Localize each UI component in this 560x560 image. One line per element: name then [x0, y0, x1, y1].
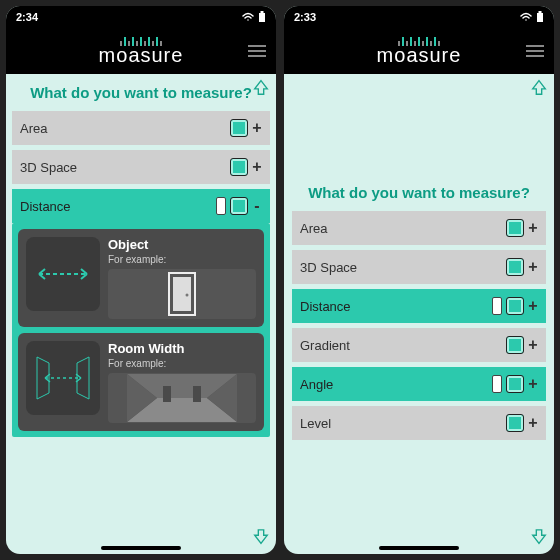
- expand-icon: +: [528, 375, 538, 393]
- wifi-icon: [520, 12, 532, 22]
- logo: moasure: [99, 36, 184, 67]
- row-label: Area: [300, 221, 327, 236]
- status-icons: [520, 11, 544, 23]
- expand-icon: +: [252, 158, 262, 176]
- thumb-distance-icon: [26, 237, 100, 311]
- thumb-room-icon: [26, 341, 100, 415]
- expand-icon: +: [528, 414, 538, 432]
- card-room-width[interactable]: Room Width For example:: [18, 333, 264, 431]
- row-label: Area: [20, 121, 47, 136]
- battery-icon: [258, 11, 266, 23]
- row-label: Angle: [300, 377, 333, 392]
- menu-button[interactable]: [248, 42, 266, 60]
- sensor-icon: [506, 336, 524, 354]
- page-title: What do you want to measure?: [26, 74, 256, 111]
- statusbar: 2:34: [6, 6, 276, 28]
- card-subtitle: For example:: [108, 358, 256, 369]
- svg-rect-12: [193, 386, 201, 402]
- expand-icon: +: [252, 119, 262, 137]
- scroll-down-icon[interactable]: [530, 528, 548, 550]
- sensor-icon: [506, 258, 524, 276]
- content-area: What do you want to measure? Area + 3D S…: [6, 74, 276, 554]
- battery-icon: [536, 11, 544, 23]
- card-subtitle: For example:: [108, 254, 256, 265]
- app-header: moasure: [6, 28, 276, 74]
- row-area[interactable]: Area +: [292, 211, 546, 245]
- card-title: Room Width: [108, 341, 256, 356]
- svg-rect-4: [173, 277, 191, 311]
- statusbar: 2:33: [284, 6, 554, 28]
- card-object[interactable]: Object For example:: [18, 229, 264, 327]
- svg-rect-11: [163, 386, 171, 402]
- card-illustration-room: [108, 373, 256, 423]
- sensor-icon: [230, 158, 248, 176]
- expand-icon: +: [528, 297, 538, 315]
- row-distance[interactable]: Distance -: [12, 189, 270, 223]
- row-label: Level: [300, 416, 331, 431]
- phone-icon: [492, 375, 502, 393]
- clock: 2:33: [294, 11, 316, 23]
- home-indicator[interactable]: [379, 546, 459, 550]
- svg-rect-13: [537, 13, 543, 22]
- svg-rect-0: [259, 13, 265, 22]
- collapse-icon: -: [252, 197, 262, 215]
- measure-list: Area + 3D Space + Distance + Gradient + …: [284, 211, 554, 440]
- wifi-icon: [242, 12, 254, 22]
- row-gradient[interactable]: Gradient +: [292, 328, 546, 362]
- menu-button[interactable]: [526, 42, 544, 60]
- expand-icon: +: [528, 219, 538, 237]
- card-illustration-door: [108, 269, 256, 319]
- row-angle[interactable]: Angle +: [292, 367, 546, 401]
- page-title: What do you want to measure?: [284, 174, 554, 211]
- scroll-up-icon[interactable]: [530, 78, 548, 100]
- expand-icon: +: [528, 258, 538, 276]
- expand-icon: +: [528, 336, 538, 354]
- phone-icon: [492, 297, 502, 315]
- row-label: 3D Space: [20, 160, 77, 175]
- content-area: What do you want to measure? Area + 3D S…: [284, 74, 554, 554]
- home-indicator[interactable]: [101, 546, 181, 550]
- measure-list: Area + 3D Space + Distance: [6, 111, 276, 223]
- sensor-icon: [506, 297, 524, 315]
- sensor-icon: [506, 414, 524, 432]
- status-icons: [242, 11, 266, 23]
- sensor-icon: [230, 119, 248, 137]
- row-label: Gradient: [300, 338, 350, 353]
- row-label: 3D Space: [300, 260, 357, 275]
- row-label: Distance: [300, 299, 351, 314]
- sensor-icon: [506, 219, 524, 237]
- phone-right: 2:33 moasure What do you want to measure…: [284, 6, 554, 554]
- row-3d-space[interactable]: 3D Space +: [292, 250, 546, 284]
- row-3d-space[interactable]: 3D Space +: [12, 150, 270, 184]
- distance-options: Object For example:: [12, 223, 270, 437]
- row-distance[interactable]: Distance +: [292, 289, 546, 323]
- svg-point-5: [186, 294, 189, 297]
- svg-rect-14: [539, 11, 542, 13]
- svg-rect-1: [261, 11, 264, 13]
- phone-icon: [216, 197, 226, 215]
- row-area[interactable]: Area +: [12, 111, 270, 145]
- row-level[interactable]: Level +: [292, 406, 546, 440]
- scroll-up-icon[interactable]: [252, 78, 270, 100]
- sensor-icon: [230, 197, 248, 215]
- card-title: Object: [108, 237, 256, 252]
- scroll-down-icon[interactable]: [252, 528, 270, 550]
- row-label: Distance: [20, 199, 71, 214]
- logo: moasure: [377, 36, 462, 67]
- app-header: moasure: [284, 28, 554, 74]
- phone-left: 2:34 moasure What do you want to measure…: [6, 6, 276, 554]
- clock: 2:34: [16, 11, 38, 23]
- sensor-icon: [506, 375, 524, 393]
